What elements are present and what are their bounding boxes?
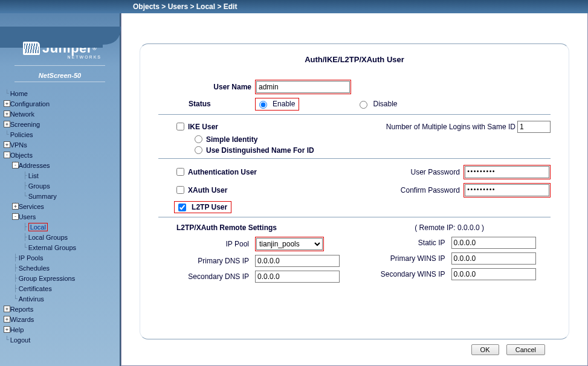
- nav-addresses-groups[interactable]: ├Groups: [2, 181, 117, 191]
- ip-pool-select[interactable]: tianjin_pools: [256, 238, 323, 250]
- expand-icon[interactable]: +: [4, 316, 10, 323]
- primary-wins-label: Primary WINS IP: [355, 254, 451, 263]
- divider: [158, 158, 551, 159]
- nav-wizards[interactable]: + Wizards: [2, 314, 117, 324]
- ok-button[interactable]: OK: [471, 344, 499, 355]
- nav-network[interactable]: + Network: [2, 109, 117, 119]
- ip-pool-label: IP Pool: [158, 240, 255, 248]
- panel-title: Auth/IKE/L2TP/XAuth User: [140, 44, 569, 77]
- nav-users-external-groups[interactable]: └External Groups: [2, 242, 117, 252]
- nav-configuration[interactable]: + Configuration: [2, 98, 117, 109]
- primary-dns-input[interactable]: [255, 255, 340, 267]
- status-label: Status: [189, 100, 255, 108]
- xauth-user-checkbox[interactable]: [176, 186, 184, 194]
- disable-label: Disable: [373, 100, 398, 108]
- nav-logout[interactable]: └Logout: [2, 335, 117, 345]
- ike-user-checkbox[interactable]: [176, 123, 184, 130]
- dn-radio[interactable]: [195, 146, 202, 154]
- nav-antivirus[interactable]: └Antivirus: [2, 294, 117, 304]
- button-row: OK Cancel: [140, 339, 569, 355]
- secondary-wins-label: Secondary WINS IP: [355, 270, 451, 278]
- collapse-icon[interactable]: -: [12, 213, 19, 220]
- divider: [158, 217, 551, 217]
- remote-ip-text: ( Remote IP: 0.0.0.0 ): [415, 223, 551, 232]
- user-name-label: User Name: [189, 83, 255, 91]
- expand-icon[interactable]: +: [4, 141, 10, 148]
- user-password-label: User Password: [411, 168, 460, 176]
- user-name-input[interactable]: [256, 81, 350, 93]
- primary-dns-label: Primary DNS IP: [158, 257, 255, 265]
- status-enable-radio[interactable]: [259, 101, 267, 109]
- nav-tree: └Home + Configuration + Network + Screen…: [0, 88, 120, 345]
- multi-login-label: Number of Multiple Logins with Same ID: [386, 123, 515, 131]
- secondary-dns-label: Secondary DNS IP: [158, 272, 255, 281]
- content-area: Auth/IKE/L2TP/XAuth User User Name Statu…: [121, 13, 588, 366]
- nav-certificates[interactable]: ├Certificates: [2, 283, 117, 294]
- highlight-box: Enable: [255, 98, 299, 111]
- static-ip-input[interactable]: [451, 237, 536, 249]
- nav-objects[interactable]: - Objects: [2, 150, 117, 160]
- nav-vpns[interactable]: + VPNs: [2, 140, 117, 150]
- nav-addresses-list[interactable]: ├List: [2, 170, 117, 181]
- breadcrumb: Objects > Users > Local > Edit: [0, 0, 588, 13]
- highlight-box: [464, 165, 551, 179]
- secondary-dns-input[interactable]: [255, 271, 340, 283]
- dn-label: Use Distinguished Name For ID: [206, 146, 314, 155]
- confirm-password-input[interactable]: [465, 184, 549, 196]
- auth-user-checkbox[interactable]: [176, 168, 184, 176]
- confirm-password-label: Confirm Password: [401, 186, 460, 194]
- logo-icon: [23, 42, 40, 55]
- separator: [15, 65, 105, 66]
- highlight-box: L2TP User: [174, 201, 231, 214]
- expand-icon[interactable]: +: [12, 203, 19, 210]
- nav-help[interactable]: + Help: [2, 324, 117, 335]
- nav-users-local-groups[interactable]: ├Local Groups: [2, 232, 117, 242]
- primary-wins-input[interactable]: [451, 252, 536, 265]
- nav-reports[interactable]: + Reports: [2, 304, 117, 314]
- enable-label: Enable: [273, 100, 295, 108]
- nav-group-expressions[interactable]: ├Group Expressions: [2, 273, 117, 283]
- xauth-user-label: XAuth User: [188, 186, 227, 194]
- secondary-wins-input[interactable]: [451, 268, 536, 280]
- nav-schedules[interactable]: ├Schedules: [2, 263, 117, 273]
- expand-icon[interactable]: +: [4, 306, 10, 312]
- expand-icon[interactable]: +: [4, 111, 10, 117]
- sidebar-corner: [0, 27, 121, 48]
- nav-users-local[interactable]: ├Local: [2, 222, 117, 232]
- ike-user-label: IKE User: [188, 123, 218, 131]
- nav-addresses-summary[interactable]: └Summary: [2, 191, 117, 201]
- auth-user-label: Authentication User: [188, 168, 257, 176]
- highlight-box: [464, 183, 551, 197]
- highlight-box: tianjin_pools: [255, 237, 324, 251]
- highlight-box: [255, 80, 351, 94]
- divider: [158, 114, 551, 115]
- status-disable-radio[interactable]: [360, 101, 367, 109]
- nav-home[interactable]: └Home: [2, 88, 117, 98]
- remote-settings-title: L2TP/XAuth Remote Settings: [176, 223, 277, 232]
- device-model: NetScreen-50: [0, 72, 120, 79]
- l2tp-user-checkbox[interactable]: [178, 204, 186, 211]
- user-password-input[interactable]: [465, 166, 549, 178]
- nav-addresses[interactable]: -└Addresses: [2, 160, 117, 170]
- simple-identity-label: Simple Identity: [206, 135, 257, 144]
- sidebar: Juniper® NETWORKS NetScreen-50 └Home + C…: [0, 13, 121, 366]
- nav-services[interactable]: +└Services: [2, 201, 117, 211]
- collapse-icon[interactable]: -: [12, 162, 19, 169]
- nav-policies[interactable]: └Policies: [2, 129, 117, 140]
- separator: [15, 82, 105, 82]
- nav-users[interactable]: -└Users: [2, 211, 117, 222]
- l2tp-user-label: L2TP User: [192, 203, 227, 211]
- static-ip-label: Static IP: [355, 239, 451, 247]
- nav-ip-pools[interactable]: ├IP Pools: [2, 252, 117, 263]
- expand-icon[interactable]: +: [4, 326, 10, 333]
- expand-icon[interactable]: +: [4, 100, 10, 107]
- nav-screening[interactable]: + Screening: [2, 119, 117, 129]
- form-panel: Auth/IKE/L2TP/XAuth User User Name Statu…: [140, 43, 569, 339]
- simple-identity-radio[interactable]: [195, 135, 202, 143]
- cancel-button[interactable]: Cancel: [506, 344, 545, 355]
- collapse-icon[interactable]: -: [4, 152, 10, 158]
- multi-login-input[interactable]: [517, 121, 551, 133]
- expand-icon[interactable]: +: [4, 121, 10, 127]
